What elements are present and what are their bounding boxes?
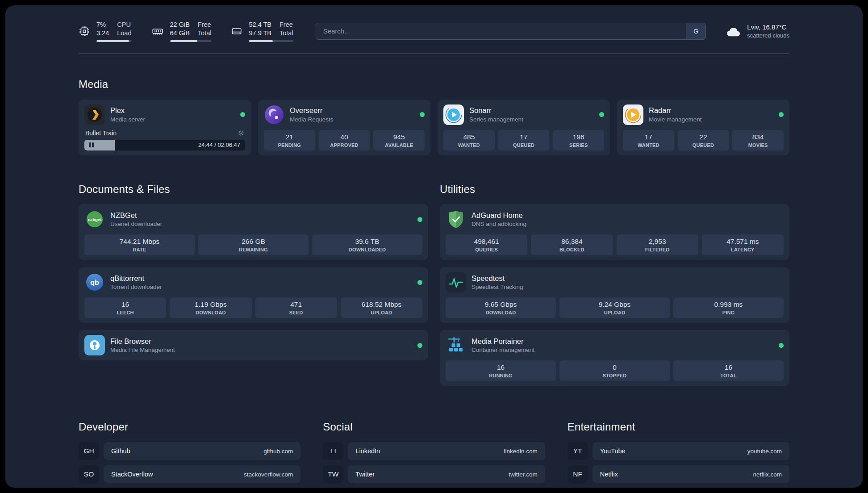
service-desc: Usenet downloader [110, 220, 162, 228]
player-progress-bar[interactable]: 24:44 / 02:06:47 [84, 140, 245, 150]
overseerr-icon [264, 104, 284, 125]
dashboard: 7% 3.24 CPU Load 22 GiB [5, 5, 863, 488]
status-dot [779, 343, 784, 348]
service-card-sonarr[interactable]: Sonarr Series management 485 WANTED 17 Q… [438, 100, 610, 155]
now-playing-title: Bullet Train [85, 130, 117, 137]
service-desc: Media File Management [110, 346, 175, 354]
stat-tile: 40 APPROVED [319, 130, 370, 150]
topbar-divider [79, 54, 789, 54]
bookmark-link-github[interactable]: Github github.com [104, 442, 300, 460]
cpu-percent: 7% [96, 21, 109, 29]
stat-tile: 485 WANTED [443, 130, 495, 150]
weather-location: Lviv, 16.87°C [747, 23, 789, 32]
search-provider-button[interactable]: G [686, 23, 705, 39]
service-name: File Browser [110, 337, 175, 346]
bookmark-link-twitter[interactable]: Twitter twitter.com [348, 465, 545, 483]
service-card-plex[interactable]: Plex Media server Bullet Train [79, 100, 251, 155]
service-card-overseerr[interactable]: Overseerr Media Requests 21 PENDING 40 A… [258, 100, 430, 155]
service-name: Plex [110, 106, 145, 115]
stat-tile: 2,953 FILTERED [617, 234, 698, 255]
stat-tile: 1.19 Gbps DOWNLOAD [170, 297, 251, 318]
service-desc: Container management [472, 346, 534, 354]
cpu-label-2: Load [117, 29, 131, 38]
stat-tile: 618.52 Mbps UPLOAD [341, 297, 422, 318]
cloud-icon [726, 25, 742, 38]
nzbget-icon: nzbget [84, 209, 105, 230]
stat-tile: 498,461 QUERIES [446, 234, 527, 255]
bookmark-abbr: SO [79, 465, 99, 483]
stat-tile: 9.24 Gbps UPLOAD [559, 297, 670, 318]
section-utilities: Utilities AdGuard Home [440, 174, 789, 386]
status-dot [417, 280, 422, 285]
service-name: qBittorrent [110, 274, 162, 283]
speedtest-icon [446, 272, 466, 292]
documents-section-title: Documents & Files [79, 183, 428, 196]
service-desc: Media server [110, 116, 145, 124]
filebrowser-icon [84, 335, 105, 355]
topbar: 7% 3.24 CPU Load 22 GiB [79, 5, 789, 42]
section-media: Media Plex Media server [79, 78, 789, 155]
service-name: Radarr [649, 106, 702, 115]
stat-tile: 17 WANTED [623, 130, 674, 150]
pause-icon[interactable] [89, 142, 94, 147]
bookmark-row: NF Netflix netflix.com [568, 465, 789, 483]
bookmark-link-linkedin[interactable]: LinkedIn linkedin.com [348, 442, 545, 460]
section-social: Social LI LinkedIn linkedin.com TW Twitt… [323, 412, 545, 488]
status-dot [779, 112, 784, 117]
status-dot [240, 112, 245, 117]
plex-icon [84, 104, 105, 125]
bookmark-abbr: NF [568, 465, 588, 483]
memory-widget: 22 GiB 64 GiB Free Total [151, 21, 212, 42]
cpu-label: CPU [117, 21, 131, 29]
media-section-title: Media [79, 78, 789, 91]
developer-section-title: Developer [79, 421, 300, 433]
service-name: NZBGet [110, 211, 162, 220]
section-entertainment: Entertainment YT YouTube youtube.com NF … [568, 412, 789, 488]
utilities-section-title: Utilities [440, 183, 789, 196]
service-name: Speedtest [472, 274, 523, 283]
section-developer: Developer GH Github github.com SO StackO… [79, 412, 300, 488]
service-card-radarr[interactable]: Radarr Movie management 17 WANTED 22 QUE… [617, 100, 789, 155]
bookmark-link-netflix[interactable]: Netflix netflix.com [593, 465, 789, 483]
service-card-portainer[interactable]: Media Portainer Container management 16 … [440, 330, 789, 386]
status-dot [599, 112, 604, 117]
service-card-filebrowser[interactable]: File Browser Media File Management [79, 330, 428, 360]
search-bar: G [316, 23, 706, 40]
section-documents: Documents & Files nzbget NZBGet U [79, 174, 428, 361]
stat-tile: 86,384 BLOCKED [531, 234, 613, 255]
search-input[interactable] [316, 23, 686, 39]
stat-tile: 834 MOVIES [732, 130, 784, 150]
bookmark-row: SO StackOverflow stackoverflow.com [79, 465, 300, 483]
memory-bar [170, 40, 212, 42]
service-name: Overseerr [290, 106, 334, 115]
memory-icon [151, 25, 164, 37]
stat-tile: 196 SERIES [553, 130, 604, 150]
bookmark-row: YT YouTube youtube.com [568, 442, 789, 460]
bookmark-link-stackoverflow[interactable]: StackOverflow stackoverflow.com [104, 465, 300, 483]
service-card-nzbget[interactable]: nzbget NZBGet Usenet downloader 744.21 M… [79, 204, 428, 260]
bookmark-link-youtube[interactable]: YouTube youtube.com [593, 442, 789, 460]
entertainment-section-title: Entertainment [568, 421, 789, 433]
status-dot [420, 112, 425, 117]
bookmark-abbr: GH [79, 442, 99, 460]
bookmark-row: GH Github github.com [79, 442, 300, 460]
stat-tile: 744.21 Mbps RATE [84, 234, 195, 255]
service-card-adguard[interactable]: AdGuard Home DNS and adblocking 498,461 … [440, 204, 789, 260]
stat-tile: 47.571 ms LATENCY [702, 234, 784, 255]
memory-label-2: Total [198, 29, 212, 38]
social-section-title: Social [323, 421, 545, 433]
stat-tile: 21 PENDING [264, 130, 315, 150]
disk-label: Free [280, 21, 293, 29]
service-name: Media Portainer [472, 337, 534, 346]
disk-bar [249, 40, 293, 42]
settings-gear-icon[interactable] [238, 130, 244, 136]
service-card-qbittorrent[interactable]: qb qBittorrent Torrent downloader 16 LEE… [79, 267, 428, 323]
weather-widget[interactable]: Lviv, 16.87°C scattered clouds [726, 23, 789, 40]
disk-widget: 52.4 TB 97.9 TB Free Total [231, 21, 293, 42]
service-card-speedtest[interactable]: Speedtest Speedtest Tracking 9.65 Gbps D… [440, 267, 789, 323]
player-time: 24:44 / 02:06:47 [198, 142, 240, 148]
sonarr-icon [443, 104, 464, 125]
disk-label-2: Total [280, 29, 293, 38]
status-dot [417, 217, 422, 222]
weather-condition: scattered clouds [747, 32, 789, 40]
